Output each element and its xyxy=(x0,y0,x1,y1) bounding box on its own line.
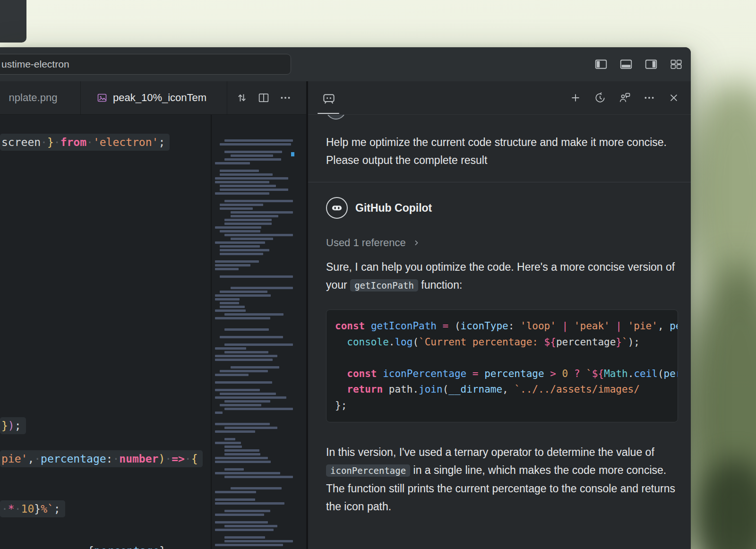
code-line: screen·}·from·'electron'; xyxy=(0,134,170,151)
chat-more-actions-icon[interactable] xyxy=(643,91,656,104)
copilot-avatar xyxy=(326,197,348,219)
split-editor-icon[interactable] xyxy=(257,91,270,104)
minimap-marker xyxy=(291,152,294,156)
assistant-intro: Sure, I can help you optimize the code. … xyxy=(326,258,679,294)
code-line: }); xyxy=(0,417,26,434)
code-block-line xyxy=(335,350,678,366)
code-block-line: return path.join(__dirname, `../../asset… xyxy=(335,382,678,398)
customize-layout-icon[interactable] xyxy=(669,57,683,71)
toggle-panel-icon[interactable] xyxy=(619,57,633,71)
desktop: ustime-electron xyxy=(0,0,756,549)
image-file-icon xyxy=(96,92,108,103)
editor-actions xyxy=(235,91,292,104)
tab-divider xyxy=(227,81,227,114)
close-icon[interactable] xyxy=(667,91,680,104)
chat-header xyxy=(308,81,691,115)
assistant-outro: In this version, I've used a ternary ope… xyxy=(326,443,679,515)
minimap[interactable] xyxy=(215,136,294,549)
references-toggle[interactable]: Used 1 reference xyxy=(326,237,421,249)
references-label: Used 1 reference xyxy=(326,237,406,249)
code-block-line: const iconPercentage = percentage > 0 ? … xyxy=(335,366,678,382)
copilot-chat-tab-icon[interactable] xyxy=(321,91,336,106)
history-icon[interactable] xyxy=(593,91,607,104)
inline-code: getIconPath xyxy=(350,279,418,292)
assistant-name: GitHub Copilot xyxy=(355,197,432,219)
quick-chat-icon[interactable] xyxy=(618,91,631,104)
code-line-partial: {percentage} xyxy=(87,542,166,549)
title-bar: ustime-electron xyxy=(0,47,691,81)
layout-controls xyxy=(594,57,683,71)
chevron-right-icon xyxy=(412,238,421,248)
inline-code: iconPercentage xyxy=(326,464,410,477)
tab-peak-icon-template[interactable]: peak_10%_iconTem xyxy=(81,81,227,114)
code-line: ·*·10}%`; xyxy=(0,500,65,517)
code-editor[interactable]: screen·}·from·'electron'; }); pie',·perc… xyxy=(0,115,306,549)
toggle-sidebar-right-icon[interactable] xyxy=(644,57,658,71)
tab-label: peak_10%_iconTem xyxy=(113,92,206,104)
tab-template-png[interactable]: nplate.png xyxy=(0,81,80,114)
tab-label: nplate.png xyxy=(9,92,58,104)
editor-group: nplate.png peak_10%_iconTem xyxy=(0,81,306,549)
active-tab-indicator xyxy=(318,113,339,114)
user-message: Help me optimize the current code struct… xyxy=(326,133,679,169)
open-changes-icon[interactable] xyxy=(235,91,249,104)
copilot-logo-icon xyxy=(329,200,345,216)
vscode-window: ustime-electron xyxy=(0,47,691,549)
chat-actions xyxy=(569,91,680,104)
code-block-line: const getIconPath = (iconType: 'loop' | … xyxy=(335,318,678,335)
chat-conversation[interactable]: Help me optimize the current code struct… xyxy=(308,115,691,549)
toggle-sidebar-left-icon[interactable] xyxy=(594,57,608,71)
user-avatar xyxy=(326,115,346,120)
background-window-corner xyxy=(0,0,26,43)
code-block-line: console.log(`Current percentage: ${perce… xyxy=(335,335,678,351)
code-block: const getIconPath = (iconType: 'loop' | … xyxy=(326,309,678,422)
command-center-text: ustime-electron xyxy=(1,54,69,74)
code-block-line: }; xyxy=(335,398,678,414)
code-line: pie',·percentage:·number)·=>·{ xyxy=(0,450,203,467)
copilot-chat-panel: Help me optimize the current code struct… xyxy=(306,81,691,549)
tab-bar: nplate.png peak_10%_iconTem xyxy=(0,81,306,115)
minimap-divider xyxy=(211,115,212,549)
message-divider xyxy=(308,182,691,182)
command-center[interactable]: ustime-electron xyxy=(0,54,291,75)
editor-more-actions-icon[interactable] xyxy=(279,91,292,104)
new-chat-icon[interactable] xyxy=(569,91,582,104)
